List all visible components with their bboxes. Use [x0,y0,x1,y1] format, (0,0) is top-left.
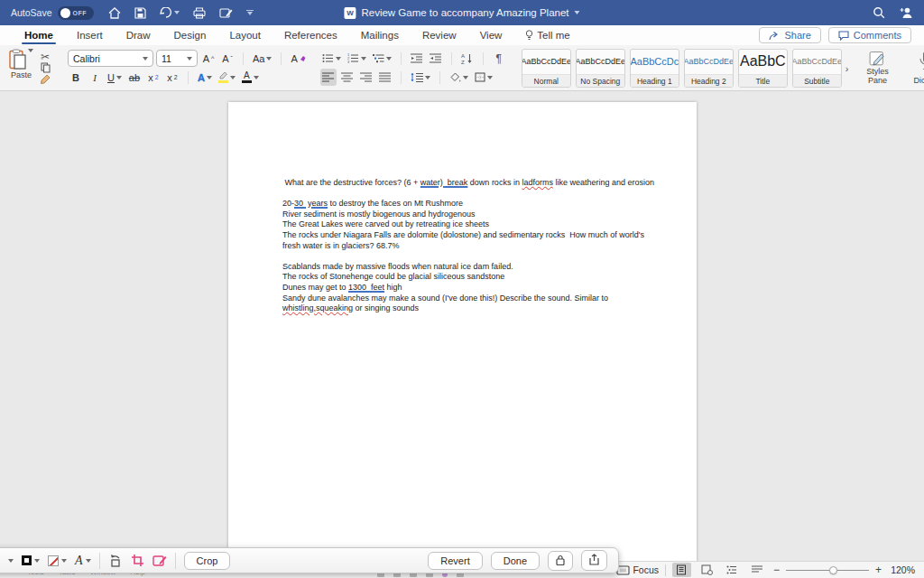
style-heading-1[interactable]: AaBbCcDcHeading 1 [630,49,679,88]
document-line[interactable]: River sediment is mostly biogenous and h… [282,210,679,220]
tab-draw[interactable]: Draw [115,25,162,45]
borders-button[interactable] [473,69,494,86]
zoom-slider[interactable] [786,564,869,576]
format-painter-icon[interactable] [37,74,53,86]
tab-mailings[interactable]: Mailings [349,25,411,45]
numbered-list-button[interactable]: 123 [346,50,368,67]
align-right-button[interactable] [358,69,374,86]
style-title[interactable]: AaBbCTitle [738,49,788,88]
search-icon[interactable] [873,6,885,19]
show-formatting-marks-button[interactable]: ¶ [491,50,507,67]
border-color-button[interactable] [48,555,67,566]
font-family-select[interactable]: Calibri [68,50,153,67]
tab-view[interactable]: View [468,25,514,45]
save-icon[interactable] [134,7,146,19]
account-icon[interactable] [900,6,913,19]
font-size-select[interactable]: 11 [156,50,198,67]
styles-pane-button[interactable]: Styles Pane [857,49,897,87]
style-subtitle[interactable]: AaBbCcDdEeSubtitle [792,49,842,88]
crop-button[interactable]: Crop [184,552,231,570]
text-effects-button[interactable]: A [196,69,214,86]
autosave-toggle[interactable]: OFF [58,6,94,20]
zoom-out-button[interactable]: − [773,564,780,576]
revert-button[interactable]: Revert [428,552,482,570]
decrease-indent-button[interactable] [409,50,425,67]
style-no-spacing[interactable]: AaBbCcDdEeNo Spacing [576,49,625,88]
document-line[interactable] [282,189,679,200]
styles-gallery-more-button[interactable]: › [845,49,849,88]
rotate-button[interactable] [108,554,123,567]
highlight-button[interactable] [217,69,237,86]
paste-button[interactable]: Paste [9,49,33,87]
bold-button[interactable]: B [68,69,84,86]
italic-button[interactable]: I [87,69,103,86]
shading-button[interactable] [448,69,470,86]
font-color-button[interactable]: A [240,69,261,86]
tab-design[interactable]: Design [162,25,218,45]
clear-formatting-button[interactable]: A [289,50,307,67]
style-heading-2[interactable]: AaBbCcDdEeHeading 2 [684,49,734,88]
align-left-button[interactable] [320,69,337,86]
document-page[interactable]: What are the destructive forces? (6 + wa… [228,102,697,578]
tab-tell-me[interactable]: Tell me [513,25,581,45]
document-line[interactable]: 20-30 years to destroy the faces on Mt R… [282,199,679,210]
document-line[interactable]: Dunes may get to 1300 feet high [282,283,679,294]
tab-insert[interactable]: Insert [65,25,115,45]
document-line[interactable]: whistling,squeaking or singing sounds [282,303,679,314]
increase-indent-button[interactable] [428,50,444,67]
share-button[interactable]: Share [759,27,820,43]
share-sheet-button[interactable] [581,550,607,571]
annotate-button[interactable] [152,555,167,567]
text-style-button[interactable]: A [75,554,91,568]
lock-button[interactable] [548,551,573,571]
tab-references[interactable]: References [273,25,349,45]
focus-button[interactable]: Focus [616,564,659,575]
zoom-slider-knob[interactable] [829,566,837,574]
draft-view-button[interactable] [748,563,767,577]
copy-icon[interactable] [37,62,53,74]
window-title[interactable]: W Review Game to accompany Amazing Plane… [344,7,579,19]
line-spacing-button[interactable] [409,69,432,86]
paste-chevron-icon[interactable] [28,49,33,52]
undo-chevron-icon[interactable] [174,11,180,14]
subscript-button[interactable]: x2 [145,69,162,86]
document-line[interactable]: The Great Lakes were carved out by retre… [282,219,679,230]
justify-button[interactable] [377,69,393,86]
sort-button[interactable]: AZ [459,50,476,67]
print-layout-view-button[interactable] [672,563,691,577]
multilevel-list-button[interactable] [371,50,393,67]
tab-review[interactable]: Review [411,25,468,45]
document-line[interactable]: The rocks of Stonehenge could be glacial… [282,272,679,283]
align-center-button[interactable] [339,69,356,86]
document-text[interactable]: What are the destructive forces? (6 + wa… [282,178,679,314]
document-line[interactable]: Sandy dune avalanches may make a sound (… [282,294,679,304]
title-chevron-icon[interactable] [575,11,580,14]
cut-icon[interactable]: ✂ [37,51,53,62]
crop-tool-button[interactable] [131,554,144,567]
shape-style-button[interactable] [22,555,40,565]
done-button[interactable]: Done [491,552,540,570]
superscript-button[interactable]: x2 [164,69,180,86]
markup-overflow-chevron-icon[interactable] [8,559,14,563]
undo-button[interactable] [160,7,180,18]
tab-layout[interactable]: Layout [217,25,273,45]
print-icon[interactable] [193,7,206,19]
quick-command-pen-icon[interactable] [219,7,233,19]
underline-button[interactable]: U [106,69,124,86]
tab-home[interactable]: Home [13,25,65,45]
web-layout-view-button[interactable] [698,563,716,577]
shrink-font-button[interactable]: Aˇ [219,50,236,67]
style-normal[interactable]: AaBbCcDdEeNormal [522,49,571,88]
document-line[interactable]: What are the destructive forces? (6 + wa… [282,178,679,189]
document-line[interactable] [282,251,679,262]
change-case-button[interactable]: Aa [251,50,273,67]
toolbar-overflow-icon[interactable] [246,10,254,16]
outline-view-button[interactable] [723,563,742,577]
document-line[interactable]: fresh water is in glaciers? 68.7% [282,241,679,252]
comments-button[interactable]: Comments [828,27,911,43]
grow-font-button[interactable]: A^ [200,50,217,67]
strikethrough-button[interactable]: ab [126,69,143,86]
document-line[interactable]: The rocks under Niagara Falls are dolomi… [282,230,679,241]
zoom-in-button[interactable]: + [875,564,882,576]
dictate-button[interactable]: Dictate [906,49,924,87]
